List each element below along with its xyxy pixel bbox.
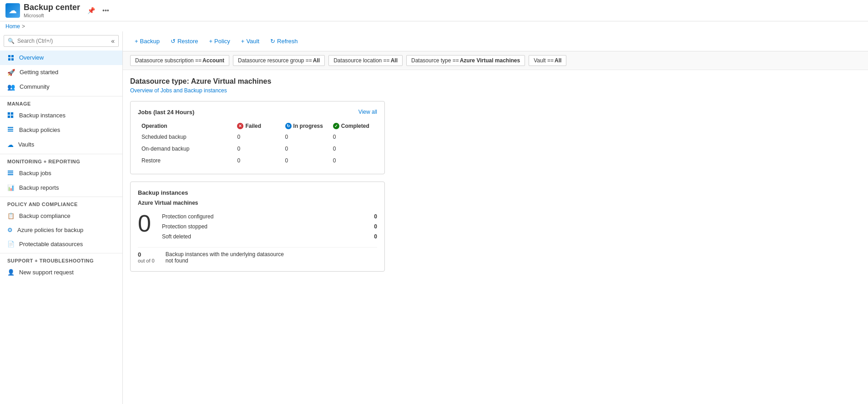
stat-row-protection-stopped: Protection stopped 0 [162,223,377,230]
row-failed: 0 [233,155,281,167]
pin-icon[interactable]: 📌 [86,5,97,16]
vault-button[interactable]: + Vault [237,35,264,47]
section-support: Support + troubleshooting [0,253,122,265]
sidebar-item-label: Getting started [20,69,58,76]
row-in-progress: 0 [282,143,329,155]
filter-vault-text: Vault == [534,57,554,64]
sidebar-item-backup-compliance[interactable]: 📋 Backup compliance [0,209,122,223]
toolbar: + Backup ↺ Restore + Policy + Vault ↻ Re… [123,31,868,51]
filter-type-text: Datasource type == [411,57,459,64]
footer-number-block: 0 out of 0 [138,251,155,263]
col-completed: ✓ Completed [329,121,377,131]
section-policy: Policy and compliance [0,197,122,209]
svg-rect-2 [8,58,10,61]
protectable-datasources-icon: 📄 [7,241,15,247]
svg-rect-7 [8,116,10,118]
filter-vault[interactable]: Vault == All [529,55,566,66]
instances-card-title: Backup instances [138,189,377,196]
jobs-card: Jobs (last 24 Hours) View all Operation … [130,101,385,174]
sidebar-item-overview[interactable]: Overview [0,50,122,65]
sidebar-item-community[interactable]: 👥 Community [0,80,122,94]
refresh-button[interactable]: ↻ Refresh [266,35,303,47]
row-operation: On-demand backup [138,143,233,155]
sidebar-item-vaults[interactable]: ☁ Vaults [0,137,122,152]
backup-policies-icon [7,126,15,134]
more-icon[interactable]: ••• [101,5,111,16]
jobs-card-title: Jobs (last 24 Hours) [138,109,194,116]
filter-rg-value: All [313,57,320,64]
sidebar-item-backup-instances[interactable]: Backup instances [0,108,122,123]
stat-label: Protection stopped [162,223,207,230]
sidebar-item-backup-jobs[interactable]: Backup jobs [0,166,122,181]
vaults-icon: ☁ [7,141,14,148]
filter-subscription-value: Account [202,57,224,64]
row-operation: Scheduled backup [138,131,233,143]
stat-label: Protection configured [162,213,213,220]
app-icon: ☁ [5,3,20,18]
svg-rect-11 [8,131,13,131]
table-row: Restore 0 0 0 [138,155,377,167]
sidebar-item-label: Backup instances [19,112,66,119]
sidebar-item-label: Backup reports [19,184,59,191]
breadcrumb-home[interactable]: Home [5,23,20,30]
svg-rect-13 [8,172,13,173]
section-monitoring: Monitoring + reporting [0,154,122,166]
community-icon: 👥 [7,83,15,91]
refresh-icon: ↻ [270,38,275,45]
stat-value: 0 [374,223,377,230]
collapse-icon[interactable]: « [111,37,115,45]
svg-rect-10 [8,129,13,130]
stat-row-soft-deleted: Soft deleted 0 [162,233,377,240]
sidebar-item-label: Backup jobs [19,170,51,177]
row-in-progress: 0 [282,155,329,167]
breadcrumb-sep: > [22,23,25,30]
plus-icon: + [135,38,138,45]
in-progress-icon: ↻ [285,123,292,129]
filter-bar: Datasource subscription == Account Datas… [123,51,868,70]
app-title: Backup center [24,3,80,13]
sidebar-item-backup-policies[interactable]: Backup policies [0,123,122,137]
sidebar-item-getting-started[interactable]: 🚀 Getting started [0,65,122,80]
instances-card: Backup instances Azure Virtual machines … [130,182,385,272]
search-input[interactable] [17,38,108,44]
instances-vm-label: Azure Virtual machines [138,200,377,206]
stat-value: 0 [374,213,377,220]
plus-icon3: + [241,38,245,45]
page-subtitle: Overview of Jobs and Backup instances [130,87,861,94]
filter-resource-group[interactable]: Datasource resource group == All [233,55,325,66]
instances-footer: 0 out of 0 Backup instances with the und… [138,247,377,264]
svg-rect-12 [8,171,13,172]
sidebar-item-new-support[interactable]: 👤 New support request [0,265,122,279]
svg-rect-5 [8,112,10,115]
filter-rg-text: Datasource resource group == [238,57,312,64]
svg-rect-3 [11,58,14,61]
row-completed: 0 [329,143,377,155]
svg-rect-14 [8,174,13,175]
restore-icon: ↺ [171,38,176,45]
section-manage: Manage [0,96,122,108]
backup-jobs-icon [7,170,15,177]
restore-button[interactable]: ↺ Restore [166,35,203,47]
policy-button[interactable]: + Policy [205,35,235,47]
sidebar-item-label: Overview [19,54,44,61]
sidebar-item-backup-reports[interactable]: 📊 Backup reports [0,181,122,195]
sidebar-item-label: Backup compliance [19,212,71,219]
filter-subscription[interactable]: Datasource subscription == Account [130,55,229,66]
sidebar-item-label: Protectable datasources [19,241,83,247]
sidebar-item-azure-policies[interactable]: ⚙ Azure policies for backup [0,223,122,237]
app-subtitle: Microsoft [24,13,80,18]
sidebar-item-protectable-datasources[interactable]: 📄 Protectable datasources [0,237,122,251]
filter-type[interactable]: Datasource type == Azure Virtual machine… [406,55,525,66]
completed-icon: ✓ [333,123,339,129]
view-all-link[interactable]: View all [358,109,377,115]
filter-subscription-text: Datasource subscription == [135,57,202,64]
row-in-progress: 0 [282,131,329,143]
backup-button[interactable]: + Backup [130,35,164,47]
svg-rect-8 [11,116,13,118]
search-icon: 🔍 [8,38,15,44]
filter-type-value: Azure Virtual machines [460,57,520,64]
filter-location[interactable]: Datasource location == All [328,55,403,66]
backup-compliance-icon: 📋 [7,212,15,219]
row-operation: Restore [138,155,233,167]
breadcrumb: Home > [0,21,868,31]
